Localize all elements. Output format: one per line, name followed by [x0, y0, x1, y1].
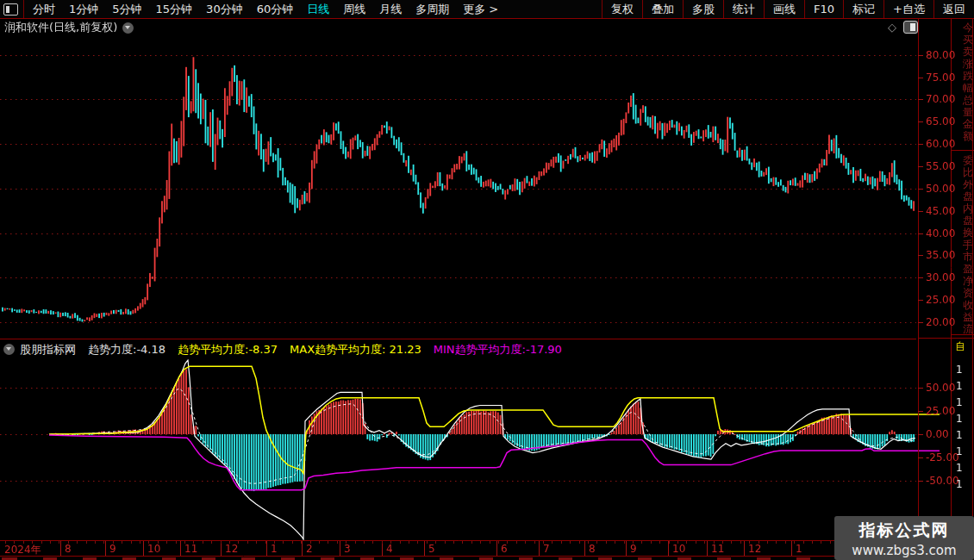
strip-divider — [952, 150, 974, 151]
action-item-8[interactable]: 返回 — [933, 0, 974, 18]
month-label: 2024年 — [4, 543, 41, 557]
watermark-url: www.zbgs3.com — [834, 543, 974, 558]
month-label: 11 — [711, 543, 724, 555]
strip-char: 换 — [963, 227, 974, 238]
timeframe-item-3[interactable]: 15分钟 — [149, 0, 200, 18]
strip-char: 比 — [963, 167, 974, 177]
strip-divider — [952, 334, 974, 335]
timeframe-item-7[interactable]: 周线 — [336, 0, 372, 18]
month-label: 10 — [672, 543, 685, 555]
action-item-1[interactable]: 叠加 — [642, 0, 683, 18]
strip-char: 卖 — [963, 47, 974, 57]
month-label: 12 — [748, 543, 761, 555]
chevron-down-icon[interactable] — [122, 22, 134, 34]
indicator-value-0: 趋势力度:-4.18 — [88, 342, 165, 358]
month-label: 1 — [796, 543, 802, 555]
timeframe-item-8[interactable]: 月线 — [372, 0, 409, 18]
timeframe-item-9[interactable]: 多周期 — [409, 0, 456, 18]
title-bar: 润和软件(日线,前复权) — [0, 20, 974, 35]
strip-char: 盈 — [963, 264, 974, 274]
strip-char: 额 — [963, 131, 974, 141]
action-item-4[interactable]: 画线 — [764, 0, 804, 18]
month-label: 1 — [271, 543, 278, 555]
strip-char: 涨 — [963, 59, 974, 69]
month-label: 5 — [428, 543, 435, 555]
watermark-badge: 指标公式网 www.zbgs3.com — [834, 516, 974, 560]
strip-list-number: 1 — [956, 478, 963, 490]
strip-char: 资 — [963, 288, 974, 298]
strip-highlight: 自 — [955, 339, 965, 354]
strip-char: 收 — [963, 300, 974, 310]
strip-char: 跌 — [963, 71, 974, 81]
action-menu: 复权叠加多股统计画线F10标记+自选返回 — [602, 0, 974, 18]
strip-char: 手 — [963, 240, 974, 250]
month-label: 7 — [543, 543, 550, 555]
strip-char: 委 — [963, 155, 974, 165]
strip-char: 买 — [963, 34, 974, 45]
strip-char: 净 — [963, 276, 974, 286]
strip-char: 内 — [963, 203, 974, 214]
month-label: 4 — [386, 543, 393, 555]
diamond-icon[interactable]: ◇ — [888, 22, 896, 33]
strip-list-number: 1 — [956, 429, 963, 441]
action-item-0[interactable]: 复权 — [602, 0, 642, 18]
strip-char: 总 — [963, 95, 974, 105]
action-item-5[interactable]: F10 — [804, 0, 843, 18]
strip-char: 外 — [963, 179, 974, 190]
month-label: 9 — [109, 543, 116, 555]
strip-char: 幅 — [963, 83, 974, 93]
strip-list-number: 1 — [956, 413, 963, 425]
month-label: 6 — [501, 543, 508, 555]
timeframe-item-0[interactable]: 分时 — [26, 0, 62, 18]
chart-canvas[interactable] — [0, 0, 974, 560]
indicator-collapse-icon[interactable] — [3, 344, 15, 355]
trading-app-window: 分时1分钟5分钟15分钟30分钟60分钟日线周线月线多周期更多 > 复权叠加多股… — [0, 0, 974, 560]
strip-list-number: 1 — [956, 396, 963, 408]
action-item-3[interactable]: 统计 — [723, 0, 764, 18]
strip-char: 流 — [963, 324, 974, 334]
month-label: 2 — [306, 543, 313, 555]
strip-char: 量 — [963, 107, 974, 117]
timeframe-item-1[interactable]: 1分钟 — [62, 0, 105, 18]
timeframe-item-5[interactable]: 60分钟 — [250, 0, 301, 18]
month-label: 8 — [589, 543, 596, 555]
timeframe-item-6[interactable]: 日线 — [300, 0, 336, 18]
strip-list-number: 1 — [956, 462, 963, 474]
month-label: 8 — [65, 543, 72, 555]
timeframe-item-10[interactable]: 更多 > — [456, 0, 505, 18]
timeframe-item-4[interactable]: 30分钟 — [199, 0, 250, 18]
strip-char: 盘 — [963, 191, 974, 202]
chart-title: 润和软件(日线,前复权) — [4, 20, 117, 35]
top-toolbar: 分时1分钟5分钟15分钟30分钟60分钟日线周线月线多周期更多 > 复权叠加多股… — [0, 0, 974, 19]
month-label: 10 — [147, 543, 160, 555]
strip-char: 市 — [963, 252, 974, 262]
month-label: 9 — [630, 543, 637, 555]
indicator-value-3: MIN趋势平均力度:-17.90 — [434, 342, 562, 358]
strip-list-number: 1 — [956, 445, 963, 457]
strip-char: 盘 — [963, 215, 974, 226]
timeframe-item-2[interactable]: 5分钟 — [105, 0, 148, 18]
watermark-title: 指标公式网 — [834, 520, 974, 542]
corner-icons: ◇ — [888, 21, 918, 34]
indicator-tick-label: 0.00 — [926, 428, 949, 440]
timeframe-menu: 分时1分钟5分钟15分钟30分钟60分钟日线周线月线多周期更多 > — [0, 0, 505, 18]
indicator-header: 股朋指标网 趋势力度:-4.18趋势平均力度:-8.37MAX趋势平均力度: 2… — [0, 339, 916, 359]
action-item-6[interactable]: 标记 — [843, 0, 883, 18]
strip-char: 益 — [963, 312, 974, 322]
indicator-value-2: MAX趋势平均力度: 21.23 — [290, 342, 421, 358]
right-sidebar-strip[interactable]: 今买卖涨跌幅总量金额委比外盘内盘换手市盈净资收益流自11111111 — [952, 19, 974, 517]
indicator-source-label[interactable]: 股朋指标网 — [20, 342, 76, 358]
strip-char: 金 — [963, 119, 974, 129]
action-item-2[interactable]: 多股 — [683, 0, 723, 18]
indicator-value-1: 趋势平均力度:-8.37 — [178, 342, 278, 358]
menu-divider — [23, 0, 24, 18]
panel-toggle-icon[interactable] — [3, 3, 18, 16]
month-label: 3 — [344, 543, 351, 555]
strip-list-number: 1 — [956, 380, 963, 392]
split-window-icon[interactable] — [903, 21, 918, 34]
strip-list-number: 1 — [956, 364, 963, 376]
month-label: 11 — [184, 543, 197, 555]
action-item-7[interactable]: +自选 — [883, 0, 933, 18]
month-label: 12 — [225, 543, 238, 555]
